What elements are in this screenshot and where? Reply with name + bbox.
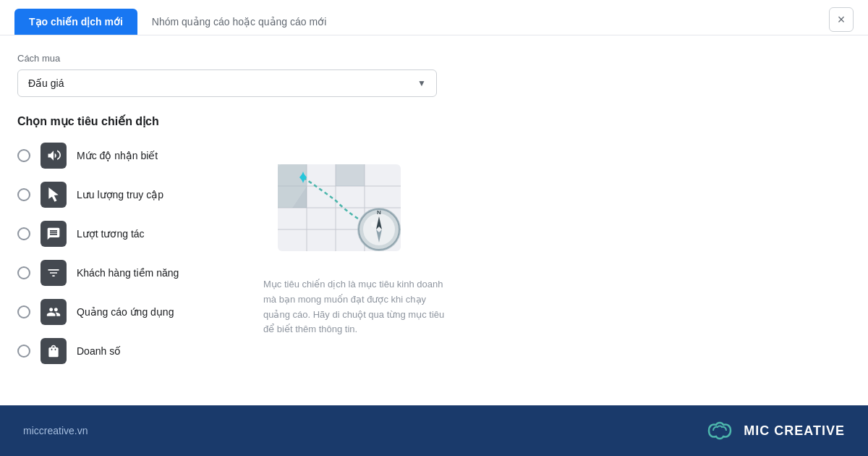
goal-label-traffic: Lưu lượng truy cập bbox=[77, 189, 163, 200]
goal-icon-engagement bbox=[41, 221, 67, 247]
tab-new-campaign[interactable]: Tạo chiến dịch mới bbox=[14, 9, 137, 35]
goal-item-app[interactable]: Quảng cáo ứng dụng bbox=[17, 299, 234, 325]
radio-engagement[interactable] bbox=[17, 227, 30, 240]
goal-label-awareness: Mức độ nhận biết bbox=[77, 150, 158, 161]
svg-marker-9 bbox=[336, 164, 365, 186]
svg-point-19 bbox=[371, 221, 377, 227]
tab-ad-group[interactable]: Nhóm quảng cáo hoặc quảng cáo mới bbox=[137, 9, 341, 35]
goal-label-engagement: Lượt tương tác bbox=[77, 228, 145, 240]
goal-icon-sales bbox=[41, 338, 67, 364]
purchase-method-label: Cách mua bbox=[17, 53, 851, 64]
goal-icon-traffic bbox=[41, 182, 67, 208]
bag-icon bbox=[46, 344, 61, 358]
goal-item-engagement[interactable]: Lượt tương tác bbox=[17, 221, 234, 247]
tab-bar: Tạo chiến dịch mới Nhóm quảng cáo hoặc q… bbox=[0, 0, 868, 35]
goal-item-awareness[interactable]: Mức độ nhận biết bbox=[17, 143, 234, 169]
radio-leads[interactable] bbox=[17, 266, 30, 279]
radio-awareness[interactable] bbox=[17, 149, 30, 162]
goal-label-app: Quảng cáo ứng dụng bbox=[77, 306, 174, 318]
purchase-method-dropdown[interactable]: Đấu giá ▼ bbox=[17, 69, 437, 97]
goal-item-leads[interactable]: Khách hàng tiềm năng bbox=[17, 260, 234, 286]
goals-description: Mục tiêu chiến dịch là mục tiêu kinh doa… bbox=[263, 277, 451, 337]
goal-icon-awareness bbox=[41, 143, 67, 169]
svg-text:N: N bbox=[377, 209, 381, 216]
goal-item-sales[interactable]: Doanh số bbox=[17, 338, 234, 364]
footer-brand-area: MIC CREATIVE bbox=[705, 421, 845, 441]
goals-section-title: Chọn mục tiêu chiến dịch bbox=[17, 114, 851, 128]
radio-sales[interactable] bbox=[17, 345, 30, 358]
goals-list: Mức độ nhận biết Lưu lượng truy cập bbox=[17, 143, 234, 377]
footer-brand-name: MIC CREATIVE bbox=[744, 423, 845, 439]
radio-app[interactable] bbox=[17, 305, 30, 318]
purchase-method-value: Đấu giá bbox=[28, 77, 64, 89]
megaphone-icon bbox=[46, 148, 61, 163]
goal-icon-leads bbox=[41, 260, 67, 286]
chat-icon bbox=[46, 227, 61, 241]
footer-logo-icon bbox=[705, 421, 735, 441]
goal-label-leads: Khách hàng tiềm năng bbox=[77, 267, 179, 279]
goals-right-panel: N Mục tiêu chiến dịch là mục tiêu kinh d… bbox=[263, 143, 851, 377]
goal-label-sales: Doanh số bbox=[77, 345, 121, 357]
mic-creative-logo-svg bbox=[705, 421, 735, 441]
goal-item-traffic[interactable]: Lưu lượng truy cập bbox=[17, 182, 234, 208]
goal-icon-app bbox=[41, 299, 67, 325]
radio-traffic[interactable] bbox=[17, 188, 30, 201]
cursor-icon bbox=[46, 187, 61, 202]
close-button[interactable]: × bbox=[829, 7, 854, 32]
goals-illustration: N bbox=[263, 150, 422, 266]
form-area: Cách mua Đấu giá ▼ Chọn mục tiêu chiến d… bbox=[0, 35, 868, 394]
goals-section: Mức độ nhận biết Lưu lượng truy cập bbox=[17, 143, 851, 377]
filter-icon bbox=[46, 266, 61, 280]
footer-website: miccreative.vn bbox=[23, 425, 88, 436]
footer: miccreative.vn MIC CREATIVE bbox=[0, 405, 868, 456]
dropdown-arrow-icon: ▼ bbox=[417, 78, 426, 88]
people-icon bbox=[46, 305, 61, 319]
